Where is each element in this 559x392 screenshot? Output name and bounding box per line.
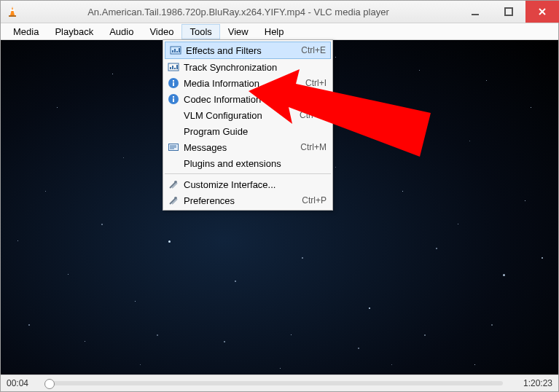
menu-item-label: VLM Configuration — [184, 110, 300, 121]
menu-item-shortcut: Ctrl+E — [301, 45, 326, 55]
menu-item-label: Track Synchronization — [184, 62, 327, 73]
star — [402, 191, 403, 192]
menu-item-track-synchronization[interactable]: Track Synchronization — [163, 59, 332, 75]
svg-rect-4 — [505, 8, 512, 15]
close-button[interactable] — [525, 1, 559, 23]
menu-video[interactable]: Video — [141, 24, 181, 39]
seek-track[interactable] — [49, 381, 503, 385]
star — [157, 334, 158, 336]
vlc-window: An.American.Tail.1986.720p.BluRay.x264.Y… — [0, 0, 559, 392]
star — [391, 114, 392, 114]
elapsed-time: 00:04 — [7, 378, 43, 388]
svg-rect-12 — [179, 48, 180, 52]
menu-item-label: Codec Information — [184, 94, 303, 105]
equalizer-icon — [165, 46, 186, 55]
star — [474, 364, 475, 365]
menu-item-label: Plugins and extensions — [184, 158, 327, 169]
menu-item-label: Messages — [184, 142, 300, 153]
star — [224, 341, 225, 342]
star — [17, 240, 18, 241]
svg-rect-9 — [172, 50, 173, 52]
svg-rect-3 — [472, 14, 479, 15]
window-controls — [458, 1, 559, 23]
menu-item-label: Preferences — [184, 195, 302, 206]
star — [525, 200, 525, 201]
menu-separator — [165, 173, 331, 174]
messages-icon — [163, 143, 184, 152]
star — [85, 341, 85, 342]
star — [542, 257, 543, 259]
star — [68, 274, 69, 275]
menu-item-effects-and-filters[interactable]: Effects and FiltersCtrl+E — [165, 42, 331, 59]
menu-label: Playback — [55, 26, 93, 37]
menu-playback[interactable]: Playback — [47, 24, 101, 39]
star — [391, 364, 392, 365]
svg-rect-11 — [176, 51, 178, 52]
menu-item-shortcut: Ctrl+I — [305, 78, 327, 88]
star — [335, 167, 336, 168]
menu-item-shortcut: Ctrl+P — [302, 195, 327, 205]
minimize-button[interactable] — [458, 1, 492, 23]
menu-label: Tools — [189, 26, 211, 37]
svg-rect-10 — [174, 49, 176, 52]
svg-rect-20 — [173, 80, 174, 82]
menu-media[interactable]: Media — [5, 24, 47, 39]
total-time: 1:20:23 — [509, 378, 552, 388]
star — [45, 191, 46, 192]
menu-item-plugins-and-extensions[interactable]: Plugins and extensions — [163, 155, 332, 171]
titlebar: An.American.Tail.1986.720p.BluRay.x264.Y… — [1, 1, 558, 23]
menu-audio[interactable]: Audio — [101, 24, 141, 39]
star — [112, 74, 113, 74]
window-title: An.American.Tail.1986.720p.BluRay.x264.Y… — [18, 7, 458, 17]
menu-item-label: Program Guide — [184, 126, 327, 137]
star — [123, 157, 124, 158]
star — [491, 324, 493, 326]
menu-item-label: Customize Interface... — [184, 179, 327, 190]
svg-rect-14 — [170, 67, 171, 69]
star — [302, 257, 303, 259]
star — [369, 307, 370, 309]
star — [57, 107, 58, 108]
star — [280, 368, 281, 369]
star — [28, 324, 30, 326]
menu-item-customize-interface[interactable]: Customize Interface... — [163, 176, 332, 192]
star — [469, 141, 470, 141]
menubar: MediaPlaybackAudioVideoToolsViewHelp — [1, 23, 558, 40]
menu-label: Audio — [109, 26, 133, 37]
maximize-button[interactable] — [492, 1, 525, 23]
menu-item-messages[interactable]: MessagesCtrl+M — [163, 139, 332, 155]
star — [291, 334, 292, 335]
menu-item-program-guide[interactable]: Program Guide — [163, 123, 332, 139]
star — [168, 240, 171, 243]
star — [358, 348, 359, 349]
menu-item-vlm-configuration[interactable]: VLM ConfigurationCtrl+W — [163, 107, 332, 123]
tools-icon — [163, 179, 184, 190]
tools-menu-dropdown: Effects and FiltersCtrl+ETrack Synchroni… — [163, 39, 333, 211]
info-icon — [163, 93, 184, 105]
svg-rect-17 — [176, 65, 178, 69]
menu-tools[interactable]: Tools — [181, 24, 219, 39]
seek-knob[interactable] — [44, 379, 55, 389]
menu-item-media-information[interactable]: Media InformationCtrl+I — [163, 75, 332, 91]
menu-item-label: Media Information — [184, 78, 305, 89]
menu-help[interactable]: Help — [257, 24, 292, 39]
star — [235, 281, 236, 282]
svg-rect-19 — [173, 82, 174, 86]
star — [486, 80, 487, 81]
star — [135, 301, 136, 302]
star — [424, 334, 426, 336]
star — [419, 70, 420, 71]
star — [335, 57, 336, 58]
menu-label: View — [228, 26, 249, 37]
star — [458, 224, 458, 224]
menu-item-shortcut: Ctrl+M — [300, 142, 327, 152]
menu-view[interactable]: View — [220, 24, 257, 39]
svg-rect-15 — [172, 66, 173, 69]
menu-label: Media — [13, 26, 39, 37]
menu-item-preferences[interactable]: PreferencesCtrl+P — [163, 192, 332, 208]
menu-label: Help — [265, 26, 284, 37]
svg-rect-23 — [173, 96, 174, 98]
star — [140, 364, 141, 365]
menu-item-codec-information[interactable]: Codec InformationCtrl+J — [163, 91, 332, 107]
menu-item-shortcut: Ctrl+W — [300, 110, 327, 120]
